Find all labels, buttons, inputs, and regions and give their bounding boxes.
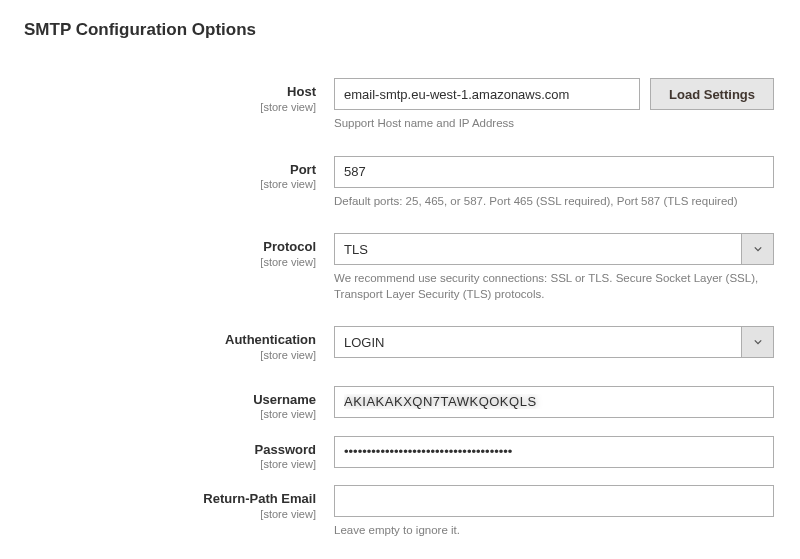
help-host: Support Host name and IP Address — [334, 116, 774, 132]
scope-username: [store view] — [24, 408, 316, 421]
scope-authentication: [store view] — [24, 349, 316, 362]
scope-protocol: [store view] — [24, 256, 316, 269]
help-return-path: Leave empty to ignore it. — [334, 523, 774, 539]
label-username: Username — [24, 392, 316, 408]
label-return-path: Return-Path Email — [24, 491, 316, 507]
label-host: Host — [24, 84, 316, 100]
scope-return-path: [store view] — [24, 508, 316, 521]
host-input[interactable] — [334, 78, 640, 110]
label-password: Password — [24, 442, 316, 458]
port-input[interactable] — [334, 156, 774, 188]
row-password: Password [store view] — [24, 436, 776, 472]
protocol-select[interactable]: TLS — [334, 233, 774, 265]
label-protocol: Protocol — [24, 239, 316, 255]
row-protocol: Protocol [store view] TLS We recommend u… — [24, 233, 776, 302]
scope-password: [store view] — [24, 458, 316, 471]
scope-host: [store view] — [24, 101, 316, 114]
authentication-select[interactable]: LOGIN — [334, 326, 774, 358]
password-input[interactable] — [334, 436, 774, 468]
load-settings-button[interactable]: Load Settings — [650, 78, 774, 110]
row-return-path: Return-Path Email [store view] Leave emp… — [24, 485, 776, 539]
section-title: SMTP Configuration Options — [24, 20, 776, 40]
label-authentication: Authentication — [24, 332, 316, 348]
return-path-input[interactable] — [334, 485, 774, 517]
row-authentication: Authentication [store view] LOGIN — [24, 326, 776, 362]
chevron-down-icon — [741, 327, 773, 357]
protocol-select-value: TLS — [335, 234, 741, 264]
row-username: Username [store view] — [24, 386, 776, 422]
label-port: Port — [24, 162, 316, 178]
row-port: Port [store view] Default ports: 25, 465… — [24, 156, 776, 210]
username-input[interactable] — [334, 386, 774, 418]
help-protocol: We recommend use security connections: S… — [334, 271, 774, 302]
authentication-select-value: LOGIN — [335, 327, 741, 357]
row-host: Host [store view] Load Settings Support … — [24, 78, 776, 132]
help-port: Default ports: 25, 465, or 587. Port 465… — [334, 194, 774, 210]
chevron-down-icon — [741, 234, 773, 264]
scope-port: [store view] — [24, 178, 316, 191]
